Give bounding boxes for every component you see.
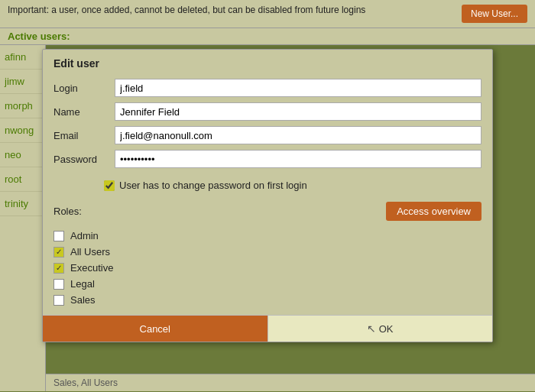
new-user-button[interactable]: New User... bbox=[462, 5, 527, 23]
role-item-executive: Executive bbox=[54, 262, 481, 274]
all-users-label: All Users bbox=[70, 246, 110, 258]
right-area: Edit user Login Name Email bbox=[46, 45, 535, 391]
email-input[interactable] bbox=[115, 126, 481, 144]
executive-checkbox[interactable] bbox=[54, 263, 64, 274]
roles-label: Roles: bbox=[54, 206, 82, 217]
cancel-button[interactable]: Cancel bbox=[43, 316, 268, 342]
executive-label: Executive bbox=[70, 262, 113, 274]
change-password-label: User has to change password on first log… bbox=[119, 180, 307, 191]
change-password-checkbox[interactable] bbox=[104, 180, 115, 191]
password-input[interactable] bbox=[115, 150, 481, 168]
info-bar: Important: a user, once added, cannot be… bbox=[0, 0, 535, 28]
name-label: Name bbox=[54, 106, 115, 118]
cursor-icon: ↖ bbox=[367, 322, 376, 335]
form-grid: Login Name Email Password bbox=[43, 76, 492, 177]
main-container: Important: a user, once added, cannot be… bbox=[0, 0, 535, 392]
sales-checkbox[interactable] bbox=[54, 295, 64, 306]
roles-list: Admin All Users Executive Legal bbox=[43, 230, 492, 306]
role-item-sales: Sales bbox=[54, 294, 481, 306]
roles-header: Roles: Access overview bbox=[54, 202, 481, 221]
legal-checkbox[interactable] bbox=[54, 279, 64, 290]
login-label: Login bbox=[54, 83, 115, 94]
name-input[interactable] bbox=[115, 102, 481, 121]
modal-title: Edit user bbox=[43, 50, 492, 76]
access-overview-button[interactable]: Access overview bbox=[386, 202, 481, 221]
change-password-row: User has to change password on first log… bbox=[104, 180, 492, 191]
active-users-bar: Active users: bbox=[0, 28, 535, 45]
password-label: Password bbox=[54, 154, 115, 165]
modal-footer: Cancel ↖ OK bbox=[43, 315, 492, 342]
all-users-checkbox[interactable] bbox=[54, 247, 64, 258]
admin-checkbox[interactable] bbox=[54, 231, 64, 241]
role-item-admin: Admin bbox=[54, 230, 481, 241]
role-item-all-users: All Users bbox=[54, 246, 481, 258]
login-row: Login bbox=[54, 79, 481, 97]
ok-button[interactable]: ↖ OK bbox=[268, 316, 493, 342]
role-item-legal: Legal bbox=[54, 278, 481, 290]
roles-section: Roles: Access overview bbox=[43, 199, 492, 230]
edit-user-modal: Edit user Login Name Email bbox=[42, 49, 493, 342]
modal-overlay: Edit user Login Name Email bbox=[0, 45, 535, 391]
password-row: Password bbox=[54, 150, 481, 168]
email-label: Email bbox=[54, 130, 115, 141]
name-row: Name bbox=[54, 102, 481, 121]
content-area: afinn jimw morph nwong neo root trinity … bbox=[0, 45, 535, 391]
email-row: Email bbox=[54, 126, 481, 144]
active-users-label: Active users: bbox=[8, 31, 70, 42]
sales-label: Sales bbox=[70, 294, 96, 306]
ok-label: OK bbox=[379, 323, 394, 335]
login-input[interactable] bbox=[115, 79, 481, 97]
info-message: Important: a user, once added, cannot be… bbox=[8, 5, 454, 15]
admin-label: Admin bbox=[70, 230, 99, 241]
legal-label: Legal bbox=[70, 278, 95, 290]
